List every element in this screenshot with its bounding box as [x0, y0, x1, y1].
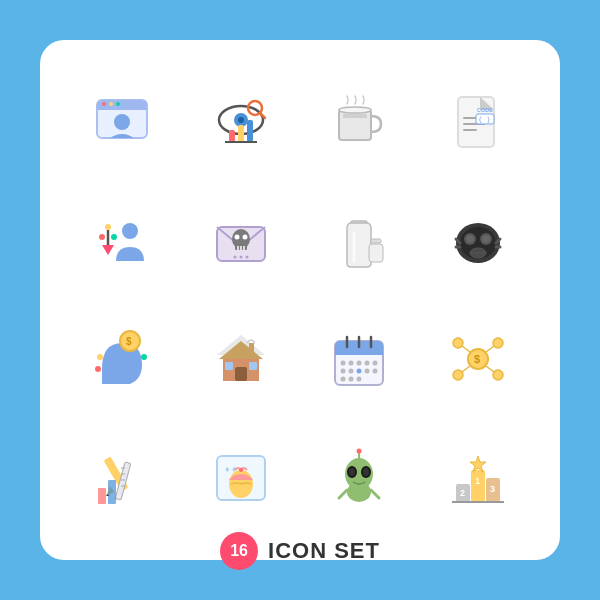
icon-skull-mail: [187, 187, 296, 296]
svg-rect-125: [471, 470, 485, 502]
svg-point-51: [466, 235, 474, 243]
svg-point-63: [141, 354, 147, 360]
svg-line-96: [462, 346, 470, 352]
svg-point-9: [238, 117, 244, 123]
icon-employee-download: [68, 187, 177, 296]
svg-text:2: 2: [460, 488, 465, 498]
svg-point-118: [349, 468, 355, 476]
svg-point-84: [357, 369, 362, 374]
icon-cabin: [187, 305, 296, 414]
svg-text:CODE: CODE: [477, 107, 493, 113]
svg-rect-73: [335, 349, 383, 355]
icon-paint-tools: [68, 424, 177, 533]
icon-data-analysis: [187, 68, 296, 177]
svg-point-6: [116, 102, 120, 106]
svg-point-121: [357, 448, 362, 453]
svg-point-81: [373, 361, 378, 366]
icon-gas-mask: [424, 187, 533, 296]
svg-point-79: [357, 361, 362, 366]
svg-line-98: [462, 366, 470, 372]
icon-web-profile: [68, 68, 177, 177]
svg-point-89: [357, 377, 362, 382]
svg-point-78: [349, 361, 354, 366]
icon-easter-egg: ♦ ♦ ♦: [187, 424, 296, 533]
svg-rect-11: [238, 125, 244, 142]
svg-point-4: [102, 102, 106, 106]
count-number: 16: [230, 542, 248, 560]
svg-text:$: $: [474, 353, 480, 365]
svg-point-94: [453, 370, 463, 380]
svg-point-35: [234, 234, 239, 239]
svg-line-123: [371, 490, 379, 498]
icon-grid: { } CODE: [68, 68, 532, 532]
svg-point-86: [373, 369, 378, 374]
svg-line-122: [339, 490, 347, 498]
svg-point-29: [111, 234, 117, 240]
svg-rect-12: [247, 120, 253, 142]
svg-point-27: [105, 224, 111, 230]
svg-line-97: [486, 346, 494, 352]
svg-rect-67: [235, 367, 247, 381]
svg-rect-46: [369, 244, 383, 262]
svg-point-41: [239, 255, 242, 258]
svg-marker-31: [102, 245, 114, 255]
svg-rect-17: [343, 114, 367, 118]
svg-point-18: [339, 107, 371, 113]
svg-point-113: [239, 468, 243, 472]
svg-point-61: [97, 354, 103, 360]
svg-point-80: [365, 361, 370, 366]
svg-point-92: [453, 338, 463, 348]
icon-alien: [305, 424, 414, 533]
icon-calendar: [305, 305, 414, 414]
icon-code-file: { } CODE: [424, 68, 533, 177]
svg-marker-131: [470, 456, 486, 472]
count-badge: 16: [220, 532, 258, 570]
svg-line-99: [486, 366, 494, 372]
svg-point-119: [363, 468, 369, 476]
svg-rect-10: [229, 130, 235, 142]
footer-badge-row: 16 ICON SET: [220, 532, 380, 570]
svg-rect-45: [371, 239, 381, 243]
svg-point-88: [349, 377, 354, 382]
svg-point-5: [109, 102, 113, 106]
svg-point-95: [493, 370, 503, 380]
svg-point-87: [341, 377, 346, 382]
svg-point-93: [493, 338, 503, 348]
svg-point-3: [114, 114, 130, 130]
icon-mug: [305, 68, 414, 177]
svg-text:1: 1: [475, 476, 480, 486]
svg-point-28: [99, 234, 105, 240]
icon-rank-first: 2 1 3: [424, 424, 533, 533]
svg-point-77: [341, 361, 346, 366]
svg-line-15: [260, 113, 265, 118]
svg-point-42: [245, 255, 248, 258]
svg-point-85: [365, 369, 370, 374]
svg-rect-68: [225, 362, 233, 370]
icon-jar: [305, 187, 414, 296]
svg-rect-70: [249, 343, 254, 355]
svg-rect-109: [108, 480, 116, 504]
svg-point-82: [341, 369, 346, 374]
svg-rect-2: [97, 106, 147, 110]
svg-point-40: [233, 255, 236, 258]
svg-point-26: [122, 223, 138, 239]
icon-set-card: { } CODE: [40, 40, 560, 560]
svg-text:3: 3: [490, 484, 495, 494]
svg-point-83: [349, 369, 354, 374]
svg-text:$: $: [126, 336, 132, 347]
svg-rect-69: [249, 362, 257, 370]
icon-mind-money: $: [68, 305, 177, 414]
svg-point-36: [242, 234, 247, 239]
svg-text:{  }: { }: [478, 116, 491, 124]
svg-point-52: [482, 235, 490, 243]
badge-label: ICON SET: [268, 538, 380, 564]
svg-rect-108: [98, 488, 106, 504]
icon-network-dollar: $: [424, 305, 533, 414]
svg-point-62: [95, 366, 101, 372]
